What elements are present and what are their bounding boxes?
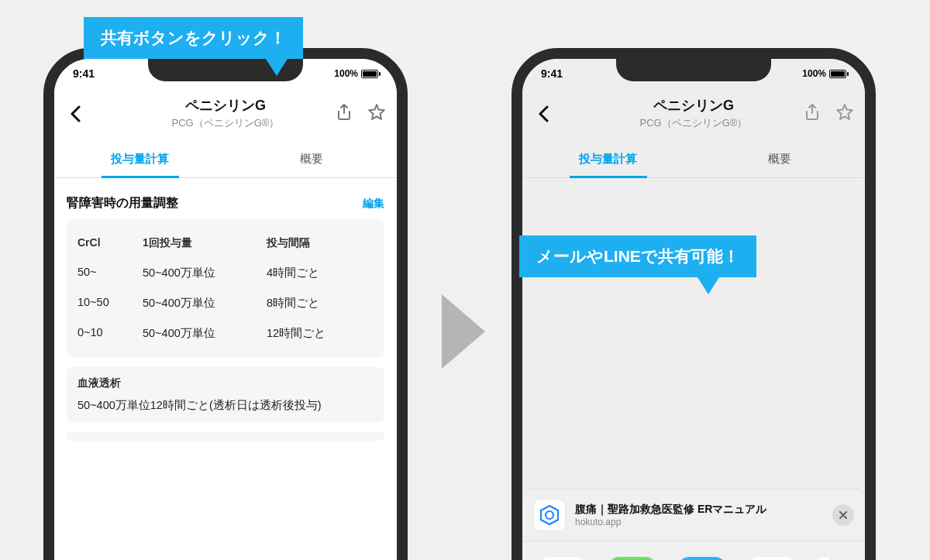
tab-label: 投与量計算	[579, 152, 637, 165]
tabs: 投与量計算 概要	[522, 141, 865, 178]
cell-crcl: 50~	[78, 266, 143, 280]
hokuto-app-icon	[538, 503, 561, 527]
back-button[interactable]	[532, 102, 555, 125]
dosing-table: CrCl 1回投与量 投与間隔 50~ 50~400万単位 4時間ごと 10~5…	[67, 219, 384, 358]
table-row: 50~ 50~400万単位 4時間ごと	[78, 258, 374, 288]
close-button[interactable]	[832, 504, 854, 526]
callout-text: 共有ボタンをクリック！	[101, 29, 286, 46]
cell-interval: 12時間ごと	[267, 326, 374, 341]
col-dose: 1回投与量	[143, 236, 267, 250]
edit-button[interactable]: 編集	[363, 197, 384, 211]
share-button[interactable]	[333, 94, 355, 130]
phone-right: 9:41 100% ペニシリンG PCG（ペニシリンG®）	[512, 48, 876, 560]
phone-notch-icon	[616, 58, 771, 81]
status-time: 9:41	[73, 67, 95, 80]
callout-text: メールやLINEで共有可能！	[536, 247, 739, 265]
star-icon	[835, 103, 854, 122]
cell-dose: 50~400万単位	[143, 326, 267, 341]
favorite-button[interactable]	[834, 94, 856, 130]
chevron-left-icon	[538, 105, 549, 122]
share-icon	[804, 103, 821, 122]
share-app-airdrop[interactable]: AirDrop	[535, 557, 591, 560]
section-title: 腎障害時の用量調整	[67, 195, 178, 211]
callout-share-via: メールやLINEで共有可能！	[519, 235, 756, 277]
page-subtitle: PCG（ペニシリンG®）	[172, 116, 280, 130]
table-row: 10~50 50~400万単位 8時間ごと	[78, 288, 374, 318]
tab-label: 概要	[768, 152, 791, 165]
col-crcl: CrCl	[78, 236, 143, 250]
tab-overview[interactable]: 概要	[226, 141, 397, 177]
phone-left: 9:41 100% ペニシリンG PCG（ペニシリンG®）	[43, 48, 408, 560]
favorite-button[interactable]	[366, 94, 388, 130]
battery-icon	[361, 70, 378, 78]
page-subtitle: PCG（ペニシリンG®）	[640, 116, 748, 130]
cell-crcl: 10~50	[78, 296, 143, 311]
dialysis-title: 血液透析	[78, 376, 374, 390]
share-app-mail[interactable]: メール	[674, 557, 730, 560]
arrow-right-icon	[442, 294, 485, 369]
nav-header: ペニシリンG PCG（ペニシリンG®）	[54, 85, 397, 141]
source-app-icon	[533, 499, 566, 531]
cell-crcl: 0~10	[78, 326, 143, 341]
tab-dose-calc[interactable]: 投与量計算	[522, 141, 694, 177]
battery-icon	[829, 70, 846, 78]
share-icon	[336, 103, 353, 122]
nav-header: ペニシリンG PCG（ペニシリンG®）	[522, 85, 865, 141]
svg-marker-0	[541, 506, 558, 524]
status-battery-text: 100%	[334, 68, 358, 79]
tab-label: 概要	[300, 152, 323, 165]
status-battery-text: 100%	[802, 68, 826, 79]
callout-click-share: 共有ボタンをクリック！	[84, 17, 303, 59]
chevron-left-icon	[70, 105, 81, 122]
col-interval: 投与間隔	[267, 236, 374, 250]
status-time: 9:41	[541, 67, 563, 80]
callout-tail-icon	[698, 277, 719, 294]
share-sheet: 腹痛｜聖路加救急医監修 ERマニュアル hokuto.app	[522, 490, 865, 560]
tab-overview[interactable]: 概要	[694, 141, 865, 177]
table-row: 0~10 50~400万単位 12時間ごと	[78, 318, 374, 349]
share-app-more[interactable]: S	[814, 557, 829, 560]
star-icon	[367, 103, 386, 122]
cell-interval: 4時間ごと	[267, 266, 374, 280]
dialysis-body: 50~400万単位12時間ごと(透析日は透析後投与)	[78, 398, 374, 413]
cell-dose: 50~400万単位	[143, 266, 267, 280]
section-renal-adjust: 腎障害時の用量調整 編集 CrCl 1回投与量 投与間隔 50~ 50~400万…	[54, 178, 397, 456]
share-title: 腹痛｜聖路加救急医監修 ERマニュアル	[575, 503, 823, 517]
back-button[interactable]	[64, 102, 87, 125]
dialysis-card: 血液透析 50~400万単位12時間ごと(透析日は透析後投与)	[67, 367, 384, 422]
tabs: 投与量計算 概要	[54, 141, 397, 178]
page-title: ペニシリンG	[640, 96, 748, 115]
share-domain: hokuto.app	[575, 517, 823, 527]
svg-point-1	[546, 511, 553, 519]
share-app-messages[interactable]: メッセージ	[604, 557, 660, 560]
cell-interval: 8時間ごと	[267, 296, 374, 311]
close-icon	[839, 510, 848, 520]
share-apps-row: AirDrop メッセージ	[522, 546, 865, 560]
tab-dose-calc[interactable]: 投与量計算	[54, 141, 226, 177]
tab-label: 投与量計算	[111, 152, 169, 165]
card-peek	[67, 431, 384, 441]
cell-dose: 50~400万単位	[143, 296, 267, 311]
callout-tail-icon	[266, 59, 288, 76]
page-title: ペニシリンG	[172, 96, 280, 115]
share-app-evernote[interactable]: Evernote	[744, 557, 800, 560]
share-button[interactable]	[801, 94, 823, 130]
